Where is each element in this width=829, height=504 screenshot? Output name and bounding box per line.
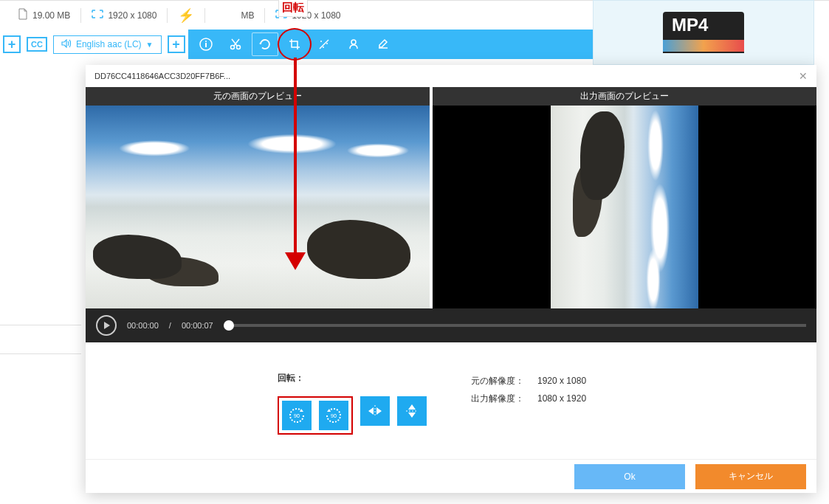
close-icon[interactable]: ✕ [799, 70, 808, 82]
svg-text:90: 90 [331, 413, 337, 418]
callout-arrow-head [285, 252, 306, 270]
rotate-ccw-button[interactable]: 90 [282, 401, 312, 430]
seek-thumb[interactable] [224, 320, 234, 331]
callout-arrow-line [294, 58, 297, 257]
file-size-2-suffix: MB [241, 10, 254, 21]
dimensions-icon [92, 10, 103, 21]
add-button-right[interactable]: + [168, 35, 185, 53]
preview-original: 元の画面のプレビュー [86, 87, 430, 308]
rotate-highlight-box: 90 90 [278, 396, 353, 435]
caret-down-icon: ▼ [146, 41, 154, 49]
resolution-info: 元の解像度：1920 x 1080 出力解像度：1080 x 1920 [471, 372, 586, 407]
time-current: 00:00:00 [127, 321, 159, 330]
dimensions-1: 1920 x 1080 [81, 10, 167, 21]
svg-point-8 [351, 40, 356, 44]
list-row-stub [0, 325, 81, 354]
playback-bar: 00:00:00 / 00:00:07 [86, 308, 816, 342]
svg-point-5 [320, 41, 322, 42]
ok-button[interactable]: Ok [574, 464, 685, 489]
file-icon [18, 8, 28, 22]
rotate-dialog: DD76CC4118646ACC3D20FF7B6F... ✕ 元の画面のプレビ… [86, 65, 816, 493]
subtitle-button[interactable]: CC [27, 37, 47, 52]
file-size-1-value: 19.00 MB [32, 10, 70, 21]
subtitle-edit-button[interactable] [370, 32, 396, 56]
rotate-button[interactable] [252, 32, 278, 56]
effects-button[interactable] [311, 32, 337, 56]
watermark-button[interactable] [340, 32, 367, 56]
svg-point-6 [326, 43, 328, 44]
time-total: 00:00:07 [182, 321, 213, 330]
filmstrip-icon [663, 38, 744, 53]
dialog-title-text: DD76CC4118646ACC3D20FF7B6F... [94, 72, 230, 80]
preview-output-label: 出力画面のプレビュー [433, 87, 816, 106]
svg-point-7 [323, 46, 324, 48]
res-output-label: 出力解像度： [471, 390, 537, 407]
preview-original-label: 元の画面のプレビュー [86, 87, 430, 106]
svg-point-1 [205, 41, 207, 42]
crop-button[interactable] [281, 32, 308, 56]
preview-row: 元の画面のプレビュー 出力画面のプレビュー [86, 87, 816, 308]
file-size-1: 19.00 MB [7, 8, 80, 22]
audio-track-label: English aac (LC) [76, 39, 142, 49]
callout-rotate-label: 回転 [278, 0, 308, 17]
rotate-cw-button[interactable]: 90 [319, 401, 348, 430]
cut-button[interactable] [222, 32, 249, 56]
svg-point-3 [230, 46, 234, 49]
dialog-footer: Ok キャンセル [86, 459, 816, 493]
audio-track-select[interactable]: English aac (LC) ▼ [53, 35, 162, 54]
info-button[interactable] [193, 32, 219, 56]
svg-text:90: 90 [294, 413, 300, 418]
seek-track[interactable] [224, 324, 806, 327]
add-button-left[interactable]: + [3, 35, 21, 53]
res-original-label: 元の解像度： [471, 372, 537, 390]
rotate-controls: 回転： 90 90 元の解像度：1920 x 108 [86, 342, 816, 459]
file-size-2: MB [205, 10, 264, 21]
bolt-indicator: ⚡ [168, 7, 204, 24]
flip-horizontal-button[interactable] [360, 396, 390, 426]
format-sidebar: MP4 [593, 0, 814, 65]
mp4-badge: MP4 [663, 12, 744, 38]
play-button[interactable] [96, 315, 117, 336]
dimensions-1-value: 1920 x 1080 [108, 10, 156, 21]
rotate-section-label: 回転： [278, 372, 427, 384]
bolt-icon: ⚡ [178, 7, 194, 24]
preview-output: 出力画面のプレビュー [433, 87, 816, 308]
svg-rect-2 [205, 43, 207, 47]
res-original-value: 1920 x 1080 [537, 376, 586, 386]
svg-point-4 [236, 46, 240, 49]
res-output-value: 1080 x 1920 [537, 393, 586, 404]
dialog-titlebar: DD76CC4118646ACC3D20FF7B6F... ✕ [86, 65, 816, 87]
flip-vertical-button[interactable] [397, 396, 427, 426]
cancel-button[interactable]: キャンセル [695, 464, 806, 489]
speaker-icon [61, 39, 72, 50]
